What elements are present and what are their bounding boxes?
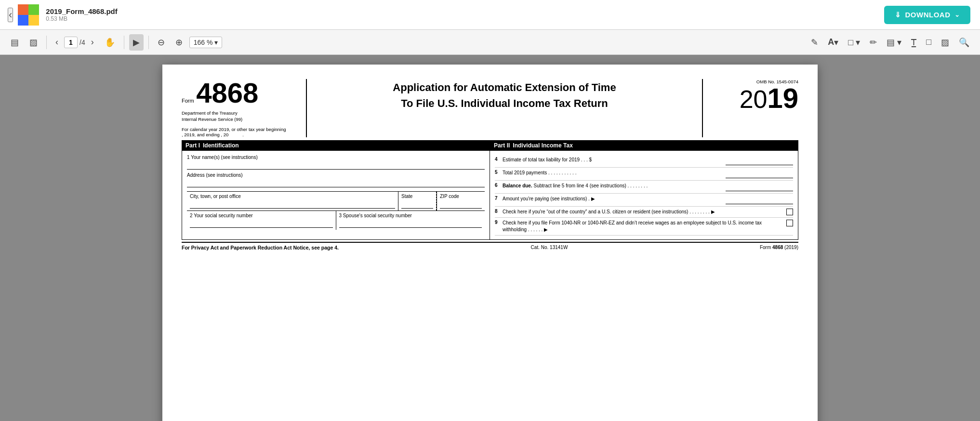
insert-tool-button[interactable]: ▤ ▾ bbox=[883, 34, 905, 51]
line9-row: 9 Check here if you file Form 1040-NR or… bbox=[495, 218, 793, 236]
calendar-ending-text: , 2019, and ending , 20 . bbox=[182, 132, 301, 137]
page-nav: ‹ 1 /4 › bbox=[52, 34, 98, 50]
address-label: Address (see instructions) bbox=[187, 172, 485, 178]
pdf-area: Form 4868 Department of the Treasury Int… bbox=[0, 55, 980, 421]
page-total: /4 bbox=[79, 39, 85, 46]
city-field: City, town, or post office bbox=[187, 192, 398, 210]
thumbnails-button[interactable]: ▨ bbox=[26, 34, 41, 51]
line6-input[interactable] bbox=[726, 183, 793, 191]
hand-tool-button[interactable]: ✋ bbox=[101, 34, 119, 51]
zoom-in-button[interactable]: ⊕ bbox=[172, 34, 186, 51]
line4-num: 4 bbox=[495, 157, 503, 162]
zip-input[interactable] bbox=[440, 200, 482, 209]
line5-row: 5 Total 2019 payments . . . . . . . . . … bbox=[495, 168, 793, 181]
part2-header: Part II Individual Income Tax bbox=[490, 140, 798, 151]
comment-tool-button[interactable]: □ bbox=[922, 34, 935, 50]
line4-input[interactable] bbox=[726, 157, 793, 165]
divider2 bbox=[124, 36, 124, 49]
line7-input[interactable] bbox=[726, 196, 793, 204]
form-label: Form bbox=[182, 98, 194, 104]
line7-row: 7 Amount you're paying (see instructions… bbox=[495, 194, 793, 207]
page-number-current[interactable]: 1 bbox=[64, 37, 78, 48]
prev-page-button[interactable]: ‹ bbox=[52, 34, 62, 50]
zoom-display[interactable]: 166 % ▾ bbox=[189, 37, 223, 48]
ssn-field: 2 Your social security number bbox=[187, 211, 336, 230]
year-normal: 20 bbox=[740, 85, 768, 113]
state-field: State bbox=[398, 192, 437, 210]
zoom-dropdown-icon: ▾ bbox=[214, 39, 218, 46]
file-size: 0.53 MB bbox=[46, 15, 117, 22]
line5-input[interactable] bbox=[726, 170, 793, 178]
text-field-tool-button[interactable]: T̲ bbox=[907, 34, 920, 51]
line9-checkbox[interactable] bbox=[786, 220, 793, 226]
line4-text: Estimate of total tax liability for 2019… bbox=[503, 157, 726, 163]
pen-tool-button[interactable]: ✎ bbox=[807, 34, 822, 51]
year-bold: 19 bbox=[767, 82, 798, 114]
text-tool-button[interactable]: A ▾ bbox=[824, 34, 842, 51]
download-button[interactable]: ⇓ DOWNLOAD ⌄ bbox=[884, 6, 970, 24]
col-right: 4 Estimate of total tax liability for 20… bbox=[490, 151, 798, 239]
line7-arrow: ▶ bbox=[591, 196, 595, 201]
field1-row: 1 Your name(s) (see instructions) bbox=[187, 155, 485, 170]
part2-label: Part II bbox=[494, 142, 510, 149]
divider3 bbox=[148, 36, 149, 49]
line8-checkbox[interactable] bbox=[786, 209, 793, 215]
part1-header: Part I Identification bbox=[182, 140, 490, 151]
back-button[interactable]: ‹ bbox=[8, 8, 13, 22]
line7-text: Amount you're paying (see instructions) … bbox=[503, 196, 726, 202]
line6-text: Balance due. Subtract line 5 from line 4… bbox=[503, 183, 726, 189]
form-title-line2: To File U.S. Individual Income Tax Retur… bbox=[317, 97, 692, 111]
city-state-zip-fields: City, town, or post office State ZIP cod… bbox=[187, 191, 485, 210]
form-header: Form 4868 Department of the Treasury Int… bbox=[182, 79, 798, 137]
footer-year: (2019) bbox=[784, 245, 798, 250]
col-left: 1 Your name(s) (see instructions) Addres… bbox=[182, 151, 490, 239]
sidebar-toggle-button[interactable]: ▤ bbox=[7, 34, 23, 51]
next-page-button[interactable]: › bbox=[87, 34, 98, 50]
spouse-ssn-input[interactable] bbox=[339, 219, 482, 228]
zip-label: ZIP code bbox=[440, 194, 482, 199]
line9-num: 9 bbox=[495, 220, 503, 225]
zoom-value: 166 % bbox=[194, 39, 213, 46]
line8-text: Check here if you're “out of the country… bbox=[503, 209, 786, 215]
form-header-left: Form 4868 Department of the Treasury Int… bbox=[182, 79, 307, 137]
file-name: 2019_Form_4868.pdf bbox=[46, 7, 117, 15]
dept-line2: Internal Revenue Service (99) bbox=[182, 116, 301, 122]
calendar-year-text: For calendar year 2019, or other tax yea… bbox=[182, 127, 301, 132]
field1-input[interactable] bbox=[187, 161, 485, 170]
file-info: 2019_Form_4868.pdf 0.53 MB bbox=[46, 7, 117, 22]
line9-arrow: ▶ bbox=[544, 227, 548, 232]
line8-num: 8 bbox=[495, 209, 503, 214]
shape-tool-button[interactable]: □ ▾ bbox=[844, 34, 864, 51]
part1-title: Identification bbox=[203, 142, 239, 149]
title-bar: ‹ 2019_Form_4868.pdf 0.53 MB ⇓ DOWNLOAD … bbox=[0, 0, 980, 30]
state-input[interactable] bbox=[401, 200, 433, 209]
part1-label: Part I bbox=[185, 142, 200, 149]
pdf-page: Form 4868 Department of the Treasury Int… bbox=[162, 65, 818, 421]
form-title-line1: Application for Automatic Extension of T… bbox=[317, 81, 692, 95]
select-tool-button[interactable]: ▶ bbox=[129, 34, 144, 51]
address-input[interactable] bbox=[187, 179, 485, 187]
form-body: 1 Your name(s) (see instructions) Addres… bbox=[182, 151, 798, 240]
line7-num: 7 bbox=[495, 196, 503, 201]
zoom-out-button[interactable]: ⊖ bbox=[154, 34, 169, 51]
form-dept: Department of the Treasury Internal Reve… bbox=[182, 110, 301, 123]
line4-dollar: $ bbox=[589, 157, 592, 162]
line6-num: 6 bbox=[495, 183, 503, 188]
signature-tool-button[interactable]: ✏ bbox=[866, 34, 881, 51]
part2-title: Individual Income Tax bbox=[513, 142, 572, 149]
form-number-row: Form 4868 bbox=[182, 79, 301, 107]
line6-row: 6 Balance due. Subtract line 5 from line… bbox=[495, 181, 793, 194]
ssn-row: 2 Your social security number 3 Spouse's… bbox=[187, 210, 485, 230]
footer-form-num: 4868 bbox=[772, 245, 783, 250]
chevron-down-icon: ⌄ bbox=[954, 11, 960, 18]
ssn-input[interactable] bbox=[190, 219, 333, 228]
form-header-center: Application for Automatic Extension of T… bbox=[307, 79, 702, 137]
line5-num: 5 bbox=[495, 170, 503, 175]
form-number: 4868 bbox=[196, 79, 258, 107]
image-tool-button[interactable]: ▨ bbox=[937, 34, 953, 51]
search-button[interactable]: 🔍 bbox=[955, 34, 973, 51]
line8-arrow: ▶ bbox=[711, 209, 715, 214]
footer-cat: Cat. No. 13141W bbox=[531, 245, 568, 250]
city-input[interactable] bbox=[190, 200, 395, 209]
app-logo bbox=[18, 4, 39, 26]
